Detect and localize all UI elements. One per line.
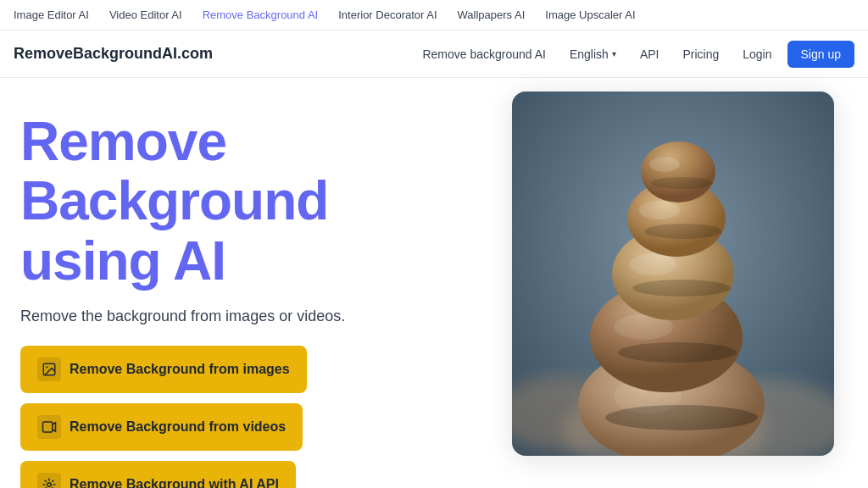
hero-image-panel [492,78,868,488]
main-content: RemoveBackgroundusing AI Remove the back… [0,78,868,488]
cta-remove-videos[interactable]: Remove Background from videos [20,403,303,451]
cta-buttons: Remove Background from images Remove Bac… [20,346,471,488]
cta-remove-api[interactable]: Remove Background with AI API [20,461,296,488]
top-nav: Image Editor AI Video Editor AI Remove B… [0,0,868,30]
cta-videos-label: Remove Background from videos [70,419,286,435]
rocks-illustration [512,92,834,456]
language-label: English [570,47,609,61]
main-nav: RemoveBackgroundAI.com Remove background… [0,30,868,78]
top-nav-upscaler[interactable]: Image Upscaler AI [545,8,635,21]
svg-point-18 [639,201,680,219]
cta-images-label: Remove Background from images [70,362,290,377]
api-icon [37,473,61,488]
cta-remove-images[interactable]: Remove Background from images [20,346,307,393]
top-nav-remove-bg[interactable]: Remove Background AI [203,8,319,21]
svg-point-15 [629,253,676,275]
top-nav-video-editor[interactable]: Video Editor AI [109,8,182,21]
svg-point-16 [632,280,731,297]
svg-point-22 [651,177,712,189]
svg-rect-2 [43,422,53,432]
cta-api-label: Remove Background with AI API [70,477,279,488]
chevron-down-icon: ▾ [612,49,616,58]
nav-api[interactable]: API [632,42,668,66]
top-nav-image-editor[interactable]: Image Editor AI [14,8,89,21]
svg-point-13 [618,342,737,363]
top-nav-interior[interactable]: Interior Decorator AI [338,8,437,21]
nav-remove-bg-ai[interactable]: Remove background AI [414,42,554,66]
demo-image-card [512,92,834,456]
video-icon [37,415,61,439]
svg-point-19 [644,224,722,239]
signup-button[interactable]: Sign up [787,41,854,68]
hero-title: RemoveBackgroundusing AI [20,112,471,291]
brand-logo: RemoveBackgroundAI.com [14,45,213,63]
language-dropdown[interactable]: English ▾ [561,42,625,66]
svg-point-1 [46,366,47,368]
top-nav-wallpapers[interactable]: Wallpapers AI [458,8,526,21]
svg-point-21 [649,157,680,172]
login-button[interactable]: Login [734,42,780,66]
svg-point-20 [641,141,715,202]
svg-point-10 [605,405,758,430]
nav-pricing[interactable]: Pricing [674,42,727,66]
hero-subtitle: Remove the background from images or vid… [20,308,471,325]
hero-section: RemoveBackgroundusing AI Remove the back… [0,78,492,488]
image-icon [37,358,61,381]
svg-point-3 [47,483,52,487]
